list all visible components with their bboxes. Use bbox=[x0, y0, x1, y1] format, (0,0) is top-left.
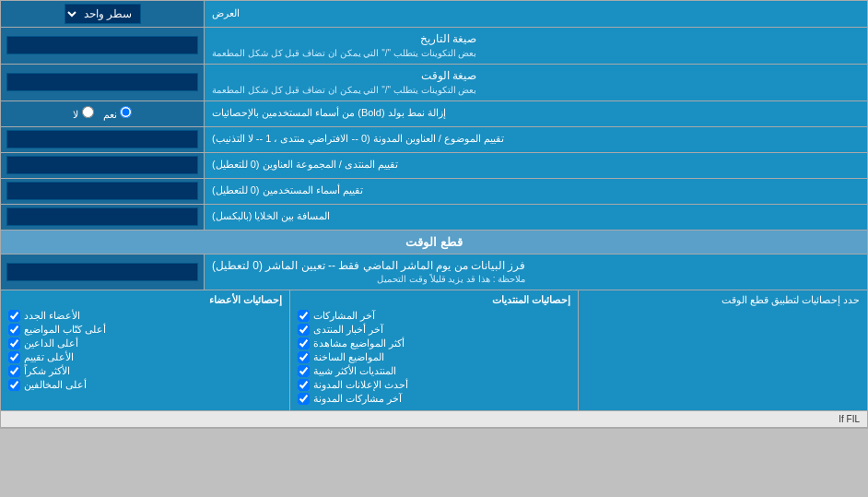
stats-empty-label-col: حدد إحصائيات لتطبيق قطع الوقت bbox=[578, 290, 867, 410]
cb-last-posts-input[interactable] bbox=[298, 310, 310, 322]
cell-spacing-field[interactable]: 2 bbox=[6, 207, 198, 226]
cb-most-viewed-input[interactable] bbox=[298, 337, 310, 349]
forum-stats-title: إحصائيات المنتديات bbox=[298, 294, 571, 306]
bold-remove-row: إزالة نمط بولد (Bold) من أسماء المستخدمي… bbox=[1, 101, 867, 127]
fetch-days-input-wrap: 0 bbox=[1, 254, 204, 290]
topic-order-input-wrap: 33 bbox=[1, 127, 204, 152]
cb-similar-forums: المنتديات الأكثر شبية bbox=[298, 365, 571, 377]
bottom-note-row: If FIL bbox=[1, 411, 867, 428]
cb-most-thanks: الأكثر شكراً bbox=[8, 365, 282, 377]
date-format-input-wrap: d-m bbox=[1, 28, 204, 64]
time-format-input-wrap: H:i bbox=[1, 65, 204, 101]
cell-spacing-label: المسافة بين الخلايا (بالبكسل) bbox=[204, 205, 867, 230]
date-format-row: صيغة التاريخ بعض التكوينات يتطلب "/" الت… bbox=[1, 28, 867, 65]
cell-spacing-input-wrap: 2 bbox=[1, 205, 204, 230]
cb-forum-news: آخر أخبار المنتدى bbox=[298, 324, 571, 336]
stats-limit-label: حدد إحصائيات لتطبيق قطع الوقت bbox=[586, 294, 860, 306]
main-container: العرض سطر واحد سطرين ثلاثة أسطر صيغة الت… bbox=[0, 0, 868, 429]
topic-order-row: تقييم الموضوع / العناوين المدونة (0 -- ا… bbox=[1, 127, 867, 153]
time-format-label: صيغة الوقت بعض التكوينات يتطلب "/" التي … bbox=[204, 65, 867, 101]
bold-radio-yes[interactable] bbox=[120, 106, 132, 118]
cb-top-violators: أعلى المخالفين bbox=[8, 379, 282, 391]
forum-order-field[interactable]: 33 bbox=[6, 156, 198, 174]
user-order-field[interactable]: 0 bbox=[6, 182, 198, 200]
time-format-field[interactable]: H:i bbox=[6, 73, 198, 91]
bold-remove-label: إزالة نمط بولد (Bold) من أسماء المستخدمي… bbox=[204, 101, 867, 126]
user-order-input-wrap: 0 bbox=[1, 179, 204, 204]
fetch-days-label: فرز البيانات من يوم الماشر الماضي فقط --… bbox=[204, 254, 867, 290]
display-type-label: العرض bbox=[204, 1, 867, 27]
cb-top-rated: الأعلى تقييم bbox=[8, 351, 282, 363]
cb-last-posts: آخر المشاركات bbox=[298, 310, 571, 322]
date-format-label: صيغة التاريخ بعض التكوينات يتطلب "/" الت… bbox=[204, 28, 867, 64]
bold-remove-radio-wrap: نعم لا bbox=[1, 101, 204, 126]
display-type-input: سطر واحد سطرين ثلاثة أسطر bbox=[1, 1, 204, 27]
cb-most-thanks-input[interactable] bbox=[8, 365, 20, 377]
display-type-row: العرض سطر واحد سطرين ثلاثة أسطر bbox=[1, 1, 867, 28]
cb-top-violators-input[interactable] bbox=[8, 379, 20, 391]
cb-top-inviters-input[interactable] bbox=[8, 337, 20, 349]
fetch-days-row: فرز البيانات من يوم الماشر الماضي فقط --… bbox=[1, 254, 867, 291]
bold-radio-group: نعم لا bbox=[65, 104, 138, 123]
cb-hot-topics: المواضيع الساخنة bbox=[298, 351, 571, 363]
member-stats-col: إحصائيات الأعضاء الأعضاء الجدد أعلى كتّا… bbox=[1, 290, 289, 410]
cb-new-members-input[interactable] bbox=[8, 310, 20, 322]
cb-blog-posts-input[interactable] bbox=[298, 393, 310, 405]
fetch-days-field[interactable]: 0 bbox=[6, 263, 198, 281]
cb-new-members: الأعضاء الجدد bbox=[8, 310, 282, 322]
bottom-note-text: If FIL bbox=[839, 414, 860, 424]
member-stats-title: إحصائيات الأعضاء bbox=[8, 294, 282, 306]
stats-checkboxes-area: حدد إحصائيات لتطبيق قطع الوقت إحصائيات ا… bbox=[1, 290, 867, 411]
forum-order-row: تقييم المنتدى / المجموعة العناوين (0 للت… bbox=[1, 153, 867, 179]
topic-order-label: تقييم الموضوع / العناوين المدونة (0 -- ا… bbox=[204, 127, 867, 152]
cb-latest-announce-input[interactable] bbox=[298, 379, 310, 391]
cb-hot-topics-input[interactable] bbox=[298, 351, 310, 363]
user-order-row: تقييم أسماء المستخدمين (0 للتعطيل) 0 bbox=[1, 179, 867, 205]
bold-radio-no[interactable] bbox=[82, 106, 94, 118]
cb-blog-posts: آخر مشاركات المدونة bbox=[298, 393, 571, 405]
cb-similar-forums-input[interactable] bbox=[298, 365, 310, 377]
display-type-select[interactable]: سطر واحد سطرين ثلاثة أسطر bbox=[65, 4, 141, 24]
forum-stats-col: إحصائيات المنتديات آخر المشاركات آخر أخب… bbox=[289, 290, 579, 410]
date-format-field[interactable]: d-m bbox=[6, 36, 198, 54]
cb-top-inviters: أعلى الداعين bbox=[8, 337, 282, 349]
bold-radio-no-label: لا bbox=[73, 106, 93, 121]
forum-order-label: تقييم المنتدى / المجموعة العناوين (0 للت… bbox=[204, 153, 867, 178]
cb-most-viewed: أكثر المواضيع مشاهدة bbox=[298, 337, 571, 349]
cell-spacing-row: المسافة بين الخلايا (بالبكسل) 2 bbox=[1, 205, 867, 231]
cb-forum-news-input[interactable] bbox=[298, 324, 310, 336]
bold-radio-yes-label: نعم bbox=[103, 106, 132, 121]
cb-latest-announce: أحدث الإعلانات المدونة bbox=[298, 379, 571, 391]
forum-order-input-wrap: 33 bbox=[1, 153, 204, 178]
user-order-label: تقييم أسماء المستخدمين (0 للتعطيل) bbox=[204, 179, 867, 204]
topic-order-field[interactable]: 33 bbox=[6, 130, 198, 148]
cb-top-rated-input[interactable] bbox=[8, 351, 20, 363]
cb-top-writers: أعلى كتّاب المواضيع bbox=[8, 324, 282, 336]
realtime-section-header: قطع الوقت bbox=[1, 231, 867, 254]
cb-top-writers-input[interactable] bbox=[8, 324, 20, 336]
time-format-row: صيغة الوقت بعض التكوينات يتطلب "/" التي … bbox=[1, 65, 867, 101]
